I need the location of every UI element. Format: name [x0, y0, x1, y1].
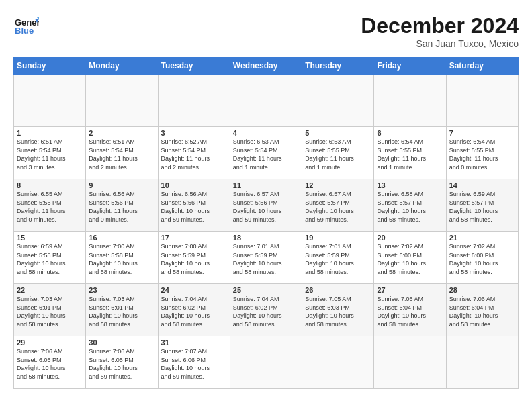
calendar-cell: 1Sunrise: 6:51 AMSunset: 5:54 PMDaylight… — [14, 127, 86, 179]
day-number: 28 — [449, 286, 515, 294]
calendar-cell: 13Sunrise: 6:58 AMSunset: 5:57 PMDayligh… — [374, 179, 446, 232]
calendar-cell: 4Sunrise: 6:53 AMSunset: 5:54 PMDaylight… — [230, 127, 302, 179]
day-number: 29 — [17, 338, 83, 347]
day-number: 23 — [89, 286, 154, 294]
calendar-cell: 16Sunrise: 7:00 AMSunset: 5:58 PMDayligh… — [86, 232, 158, 284]
cell-info: Sunrise: 6:51 AMSunset: 5:54 PMDaylight:… — [89, 138, 154, 171]
day-number: 22 — [17, 286, 83, 294]
day-number: 24 — [161, 286, 227, 294]
calendar-cell — [230, 75, 302, 127]
col-header-wednesday: Wednesday — [230, 58, 302, 75]
calendar-cell — [374, 75, 446, 127]
calendar-cell: 11Sunrise: 6:57 AMSunset: 5:56 PMDayligh… — [230, 179, 302, 232]
cell-info: Sunrise: 7:06 AMSunset: 6:05 PMDaylight:… — [89, 347, 154, 381]
cell-info: Sunrise: 6:52 AMSunset: 5:54 PMDaylight:… — [161, 138, 227, 171]
header: General Blue December 2024 San Juan Tuxc… — [13, 13, 519, 49]
col-header-monday: Monday — [86, 58, 158, 75]
calendar-cell: 22Sunrise: 7:03 AMSunset: 6:01 PMDayligh… — [14, 284, 86, 336]
day-number: 31 — [161, 338, 227, 347]
cell-info: Sunrise: 7:01 AMSunset: 5:59 PMDaylight:… — [233, 242, 299, 276]
calendar-cell — [446, 336, 518, 389]
calendar-cell — [302, 336, 374, 389]
cell-info: Sunrise: 7:03 AMSunset: 6:01 PMDaylight:… — [17, 295, 83, 328]
day-number: 20 — [377, 234, 443, 242]
day-number: 16 — [89, 234, 154, 242]
cell-info: Sunrise: 7:01 AMSunset: 5:59 PMDaylight:… — [305, 242, 371, 276]
calendar-cell: 14Sunrise: 6:59 AMSunset: 5:57 PMDayligh… — [446, 179, 518, 232]
calendar-cell: 17Sunrise: 7:00 AMSunset: 5:59 PMDayligh… — [158, 232, 230, 284]
calendar-cell: 9Sunrise: 6:56 AMSunset: 5:56 PMDaylight… — [86, 179, 158, 232]
day-number: 25 — [233, 286, 299, 294]
calendar-cell: 25Sunrise: 7:04 AMSunset: 6:02 PMDayligh… — [230, 284, 302, 336]
col-header-tuesday: Tuesday — [158, 58, 230, 75]
day-number: 30 — [89, 338, 154, 347]
calendar-cell — [446, 75, 518, 127]
calendar-cell: 28Sunrise: 7:06 AMSunset: 6:04 PMDayligh… — [446, 284, 518, 336]
cell-info: Sunrise: 7:05 AMSunset: 6:03 PMDaylight:… — [305, 295, 371, 328]
day-number: 12 — [305, 181, 371, 189]
day-number: 2 — [89, 129, 154, 137]
cell-info: Sunrise: 7:00 AMSunset: 5:59 PMDaylight:… — [161, 242, 227, 276]
calendar-cell: 24Sunrise: 7:04 AMSunset: 6:02 PMDayligh… — [158, 284, 230, 336]
calendar-table: SundayMondayTuesdayWednesdayThursdayFrid… — [13, 57, 519, 389]
calendar-cell: 20Sunrise: 7:02 AMSunset: 6:00 PMDayligh… — [374, 232, 446, 284]
calendar-cell: 26Sunrise: 7:05 AMSunset: 6:03 PMDayligh… — [302, 284, 374, 336]
cell-info: Sunrise: 7:02 AMSunset: 6:00 PMDaylight:… — [449, 242, 515, 276]
day-number: 11 — [233, 181, 299, 189]
day-number: 7 — [449, 129, 515, 137]
cell-info: Sunrise: 6:57 AMSunset: 5:57 PMDaylight:… — [305, 190, 371, 224]
calendar-cell: 21Sunrise: 7:02 AMSunset: 6:00 PMDayligh… — [446, 232, 518, 284]
cell-info: Sunrise: 6:59 AMSunset: 5:57 PMDaylight:… — [449, 190, 515, 224]
cell-info: Sunrise: 7:04 AMSunset: 6:02 PMDaylight:… — [233, 295, 299, 328]
cell-info: Sunrise: 7:06 AMSunset: 6:05 PMDaylight:… — [17, 347, 83, 381]
col-header-sunday: Sunday — [14, 58, 86, 75]
calendar-cell: 18Sunrise: 7:01 AMSunset: 5:59 PMDayligh… — [230, 232, 302, 284]
cell-info: Sunrise: 7:05 AMSunset: 6:04 PMDaylight:… — [377, 295, 443, 328]
col-header-friday: Friday — [374, 58, 446, 75]
cell-info: Sunrise: 6:55 AMSunset: 5:55 PMDaylight:… — [17, 190, 83, 224]
calendar-cell — [302, 75, 374, 127]
cell-info: Sunrise: 7:04 AMSunset: 6:02 PMDaylight:… — [161, 295, 227, 328]
calendar-cell: 5Sunrise: 6:53 AMSunset: 5:55 PMDaylight… — [302, 127, 374, 179]
logo-icon: General Blue — [13, 13, 39, 39]
day-number: 9 — [89, 181, 154, 189]
day-number: 5 — [305, 129, 371, 137]
calendar-cell: 2Sunrise: 6:51 AMSunset: 5:54 PMDaylight… — [86, 127, 158, 179]
day-number: 10 — [161, 181, 227, 189]
day-number: 26 — [305, 286, 371, 294]
location: San Juan Tuxco, Mexico — [361, 38, 519, 49]
day-number: 15 — [17, 234, 83, 242]
month-title: December 2024 — [361, 13, 519, 38]
cell-info: Sunrise: 6:53 AMSunset: 5:55 PMDaylight:… — [305, 138, 371, 171]
col-header-thursday: Thursday — [302, 58, 374, 75]
calendar-cell — [374, 336, 446, 389]
day-number: 6 — [377, 129, 443, 137]
calendar-cell — [14, 75, 86, 127]
cell-info: Sunrise: 6:57 AMSunset: 5:56 PMDaylight:… — [233, 190, 299, 224]
calendar-cell: 10Sunrise: 6:56 AMSunset: 5:56 PMDayligh… — [158, 179, 230, 232]
day-number: 13 — [377, 181, 443, 189]
calendar-cell: 8Sunrise: 6:55 AMSunset: 5:55 PMDaylight… — [14, 179, 86, 232]
calendar-cell: 3Sunrise: 6:52 AMSunset: 5:54 PMDaylight… — [158, 127, 230, 179]
cell-info: Sunrise: 6:54 AMSunset: 5:55 PMDaylight:… — [377, 138, 443, 171]
calendar-cell — [86, 75, 158, 127]
col-header-saturday: Saturday — [446, 58, 518, 75]
day-number: 3 — [161, 129, 227, 137]
page: General Blue December 2024 San Juan Tuxc… — [0, 0, 532, 411]
day-number: 19 — [305, 234, 371, 242]
calendar-cell: 23Sunrise: 7:03 AMSunset: 6:01 PMDayligh… — [86, 284, 158, 336]
calendar-cell: 27Sunrise: 7:05 AMSunset: 6:04 PMDayligh… — [374, 284, 446, 336]
svg-text:Blue: Blue — [15, 26, 34, 36]
title-block: December 2024 San Juan Tuxco, Mexico — [361, 13, 519, 49]
calendar-cell: 19Sunrise: 7:01 AMSunset: 5:59 PMDayligh… — [302, 232, 374, 284]
calendar-cell: 29Sunrise: 7:06 AMSunset: 6:05 PMDayligh… — [14, 336, 86, 389]
day-number: 8 — [17, 181, 83, 189]
day-number: 18 — [233, 234, 299, 242]
cell-info: Sunrise: 6:51 AMSunset: 5:54 PMDaylight:… — [17, 138, 83, 171]
cell-info: Sunrise: 6:54 AMSunset: 5:55 PMDaylight:… — [449, 138, 515, 171]
cell-info: Sunrise: 6:56 AMSunset: 5:56 PMDaylight:… — [161, 190, 227, 224]
cell-info: Sunrise: 7:03 AMSunset: 6:01 PMDaylight:… — [89, 295, 154, 328]
cell-info: Sunrise: 6:59 AMSunset: 5:58 PMDaylight:… — [17, 242, 83, 276]
calendar-cell: 31Sunrise: 7:07 AMSunset: 6:06 PMDayligh… — [158, 336, 230, 389]
day-number: 27 — [377, 286, 443, 294]
